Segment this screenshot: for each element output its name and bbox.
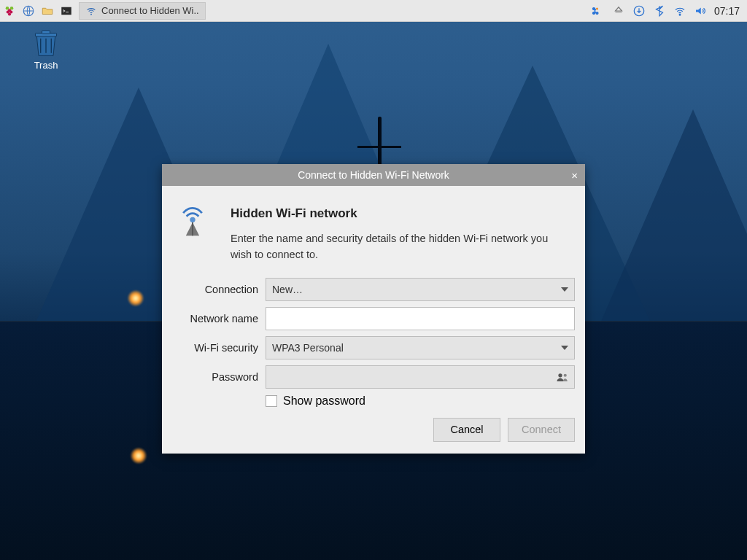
system-tray	[584, 4, 714, 18]
svg-point-14	[679, 14, 681, 15]
connect-button[interactable]: Connect	[508, 418, 575, 442]
svg-rect-7	[61, 7, 71, 15]
dialog-description: Enter the name and security details of t…	[231, 231, 551, 263]
security-select-value: WPA3 Personal	[272, 342, 344, 354]
dialog-title: Connect to Hidden Wi-Fi Network	[298, 169, 449, 181]
svg-point-17	[190, 217, 195, 222]
svg-point-5	[8, 9, 11, 12]
users-icon[interactable]	[556, 371, 569, 383]
label-password: Password	[172, 371, 266, 383]
taskbar-window-label: Connect to Hidden Wi..	[101, 5, 199, 16]
label-connection: Connection	[172, 284, 266, 295]
desktop-icon-trash[interactable]: Trash	[28, 29, 64, 71]
security-select[interactable]: WPA3 Personal	[266, 336, 575, 359]
chevron-down-icon	[561, 287, 568, 292]
download-icon[interactable]	[632, 4, 646, 18]
web-browser-launcher[interactable]	[19, 0, 38, 22]
svg-point-9	[592, 7, 595, 9]
label-show-password: Show password	[283, 394, 365, 408]
taskbar-window-entry[interactable]: Connect to Hidden Wi..	[79, 2, 206, 20]
connection-select[interactable]: New…	[266, 278, 575, 301]
cancel-button[interactable]: Cancel	[433, 418, 500, 442]
close-icon[interactable]: ×	[571, 169, 578, 182]
connection-select-value: New…	[272, 284, 303, 295]
terminal-icon	[60, 4, 73, 18]
wifi-window-icon	[85, 5, 97, 17]
trash-icon	[32, 29, 60, 58]
volume-icon[interactable]	[694, 4, 707, 18]
svg-point-18	[558, 373, 562, 377]
tray-shuffle-icon[interactable]	[592, 4, 605, 18]
file-manager-launcher[interactable]	[38, 0, 57, 22]
folder-icon	[41, 4, 54, 18]
dialog-hidden-wifi: Connect to Hidden Wi-Fi Network × Hidden…	[162, 164, 585, 454]
wifi-icon[interactable]	[673, 4, 686, 18]
svg-point-8	[90, 13, 92, 15]
raspberry-icon	[3, 4, 16, 18]
svg-point-12	[596, 12, 598, 14]
menu-button[interactable]	[0, 0, 19, 22]
desktop-icon-label: Trash	[28, 60, 64, 71]
label-wifi-security: Wi-Fi security	[172, 342, 266, 354]
terminal-launcher[interactable]	[57, 0, 76, 22]
dialog-heading: Hidden Wi-Fi network	[231, 206, 551, 221]
dialog-titlebar[interactable]: Connect to Hidden Wi-Fi Network ×	[162, 164, 585, 186]
network-name-input[interactable]	[266, 307, 575, 330]
show-password-checkbox[interactable]	[266, 395, 277, 407]
antenna-icon	[177, 206, 209, 238]
globe-icon	[22, 4, 35, 18]
clock[interactable]: 07:17	[714, 5, 747, 17]
svg-point-4	[8, 12, 11, 15]
svg-point-11	[596, 7, 598, 9]
svg-rect-16	[42, 31, 50, 34]
chevron-down-icon	[561, 346, 568, 350]
password-input[interactable]	[266, 365, 575, 389]
bluetooth-icon[interactable]	[653, 4, 666, 18]
label-network-name: Network name	[172, 313, 266, 324]
svg-point-19	[564, 373, 567, 376]
svg-point-10	[592, 12, 595, 14]
taskbar: Connect to Hidden Wi.. 07:17	[0, 0, 747, 22]
eject-icon[interactable]	[612, 4, 625, 18]
